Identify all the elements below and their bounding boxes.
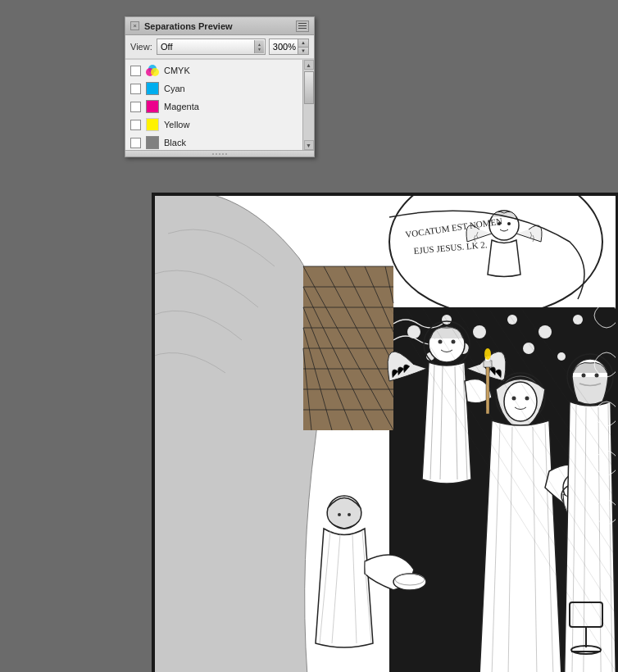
black-color-icon bbox=[146, 136, 159, 149]
scrollbar-up-button[interactable]: ▲ bbox=[304, 60, 314, 70]
separation-item-yellow[interactable]: Yellow bbox=[125, 116, 314, 134]
cyan-label: Cyan bbox=[164, 84, 185, 93]
svg-point-21 bbox=[523, 343, 534, 354]
cyan-checkbox[interactable] bbox=[130, 84, 141, 94]
panel-title: Separations Preview bbox=[144, 21, 233, 31]
svg-point-16 bbox=[538, 325, 552, 338]
svg-point-57 bbox=[525, 397, 529, 401]
zoom-wrapper: ▲ ▼ bbox=[269, 39, 309, 55]
separation-item-magenta[interactable]: Magenta bbox=[125, 98, 314, 116]
separations-list: CMYK Cyan Magenta Yellow bbox=[125, 60, 314, 150]
svg-point-55 bbox=[504, 382, 537, 421]
svg-point-43 bbox=[439, 340, 443, 344]
magenta-label: Magenta bbox=[164, 102, 199, 111]
svg-point-76 bbox=[338, 513, 341, 516]
cmyk-checkbox[interactable] bbox=[130, 66, 141, 76]
svg-rect-49 bbox=[486, 365, 489, 414]
svg-point-69 bbox=[582, 374, 586, 378]
magenta-color-icon bbox=[146, 100, 159, 113]
titlebar-left: × Separations Preview bbox=[130, 21, 233, 31]
panel-resize-handle[interactable] bbox=[125, 150, 314, 157]
view-row: View: Off On ▲ ▼ bbox=[125, 35, 314, 59]
separation-item-cmyk[interactable]: CMYK bbox=[125, 61, 314, 79]
scrollbar-thumb[interactable] bbox=[304, 71, 314, 104]
separation-item-cyan[interactable]: Cyan bbox=[125, 79, 314, 98]
svg-point-14 bbox=[473, 325, 486, 338]
canvas-area: VOCATUM EST NOMEN EJUS JESUS. LK 2. bbox=[152, 193, 618, 672]
zoom-down-button[interactable]: ▼ bbox=[298, 48, 308, 55]
svg-point-22 bbox=[557, 352, 566, 361]
view-select[interactable]: Off On bbox=[157, 39, 266, 55]
resize-dots bbox=[212, 153, 227, 155]
panel-scrollbar[interactable]: ▲ ▼ bbox=[302, 60, 314, 150]
cyan-color-icon bbox=[146, 82, 159, 95]
svg-point-13 bbox=[442, 315, 452, 325]
black-label: Black bbox=[164, 138, 186, 148]
separations-list-container: CMYK Cyan Magenta Yellow bbox=[125, 59, 314, 150]
svg-point-15 bbox=[507, 315, 517, 325]
svg-point-17 bbox=[573, 315, 583, 325]
yellow-label: Yellow bbox=[164, 120, 189, 129]
svg-point-56 bbox=[512, 397, 516, 401]
cmyk-label: CMYK bbox=[164, 66, 190, 75]
zoom-input[interactable] bbox=[269, 39, 298, 55]
yellow-color-icon bbox=[146, 118, 159, 131]
svg-point-44 bbox=[452, 340, 456, 344]
panel-titlebar: × Separations Preview bbox=[125, 17, 314, 35]
yellow-checkbox[interactable] bbox=[130, 120, 141, 130]
magenta-checkbox[interactable] bbox=[130, 102, 141, 112]
zoom-up-button[interactable]: ▲ bbox=[298, 39, 308, 48]
separation-item-black[interactable]: Black bbox=[125, 134, 314, 150]
view-label: View: bbox=[130, 42, 153, 52]
svg-point-70 bbox=[595, 374, 599, 378]
svg-point-2 bbox=[151, 68, 159, 76]
canvas-image: VOCATUM EST NOMEN EJUS JESUS. LK 2. bbox=[152, 193, 618, 672]
zoom-stepper: ▲ ▼ bbox=[298, 39, 309, 55]
svg-point-7 bbox=[507, 222, 511, 225]
black-checkbox[interactable] bbox=[130, 138, 141, 148]
svg-point-77 bbox=[348, 513, 351, 516]
panel-close-button[interactable]: × bbox=[130, 21, 139, 30]
cmyk-color-icon bbox=[146, 64, 159, 77]
scrollbar-down-button[interactable]: ▼ bbox=[304, 140, 314, 150]
panel-menu-button[interactable] bbox=[296, 20, 309, 32]
view-select-wrapper: Off On bbox=[157, 39, 266, 55]
separations-preview-panel: × Separations Preview View: Off On ▲ ▼ bbox=[125, 16, 315, 157]
